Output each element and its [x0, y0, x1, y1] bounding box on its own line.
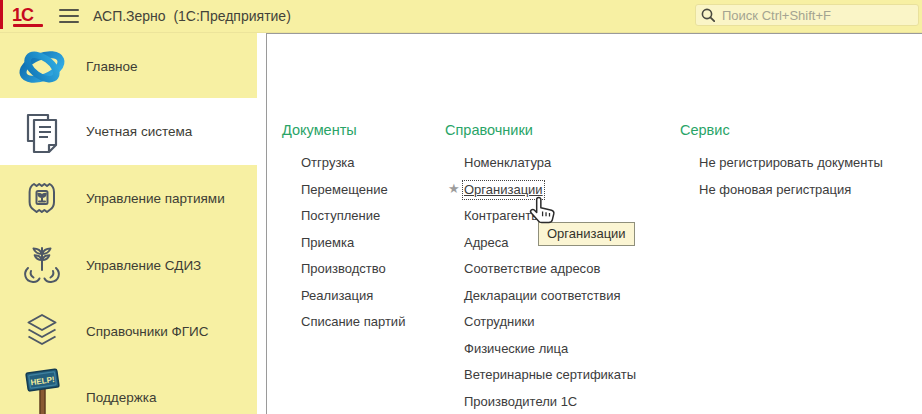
column-title: Справочники — [445, 122, 636, 138]
main-swirl-icon — [16, 42, 68, 92]
tooltip-text: Организации — [547, 226, 626, 241]
menu-item[interactable]: Ветеринарные сертификаты — [464, 367, 636, 394]
menu-column-documents: Документы Отгрузка Перемещение Поступлен… — [282, 122, 405, 341]
sidebar-item-spravochniki-fgis[interactable]: Справочники ФГИС — [0, 298, 257, 364]
column-title: Документы — [282, 122, 405, 138]
menu-item[interactable]: Не фоновая регистрация — [699, 182, 883, 209]
1c-logo-text: 1С — [12, 5, 46, 25]
column-title: Сервис — [680, 122, 883, 138]
1c-logo-underline — [13, 24, 43, 27]
seed-bag-icon — [16, 174, 68, 224]
top-bar: 1С АСП.Зерно (1С:Предприятие) — [0, 0, 922, 33]
sidebar-item-label: Управление СДИЗ — [86, 258, 201, 273]
documents-icon — [16, 107, 68, 157]
sidebar-item-glavnoe[interactable]: Главное — [0, 35, 257, 98]
search-icon — [701, 8, 715, 22]
menu-column-service: Сервис Не регистрировать документы Не фо… — [680, 122, 883, 208]
window-title: АСП.Зерно (1С:Предприятие) — [93, 8, 291, 24]
menu-item[interactable]: Физические лица — [464, 341, 636, 368]
menu-column-references: Справочники Номенклатура Организации Кон… — [445, 122, 636, 414]
1c-logo: 1С — [12, 5, 46, 27]
menu-item[interactable]: Списание партий — [301, 314, 405, 341]
menu-item-organizatsii[interactable]: Организации — [464, 182, 636, 209]
tooltip: Организации — [538, 222, 635, 246]
global-search-box[interactable] — [695, 4, 919, 26]
organizations-link[interactable]: Организации — [464, 182, 543, 198]
window-accent-strip — [0, 0, 3, 29]
sidebar-item-label: Главное — [86, 59, 138, 74]
menu-item[interactable]: Производство — [301, 261, 405, 288]
menu-item[interactable]: Перемещение — [301, 182, 405, 209]
menu-item[interactable]: Соответствие адресов — [464, 261, 636, 288]
hands-plant-icon — [16, 240, 68, 290]
menu-item[interactable]: Приемка — [301, 235, 405, 262]
search-input[interactable] — [720, 7, 913, 24]
sidebar-item-label: Поддержка — [86, 390, 156, 405]
sidebar-item-uchetnaya-sistema[interactable]: Учетная система — [0, 98, 257, 165]
menu-item[interactable]: Сотрудники — [464, 314, 636, 341]
sidebar-item-podderzhka[interactable]: HELP! Поддержка — [0, 364, 257, 414]
main-menu-hamburger-icon[interactable] — [59, 9, 79, 23]
sidebar-item-upravlenie-sdiz[interactable]: Управление СДИЗ — [0, 232, 257, 298]
menu-item[interactable]: Производители 1С — [464, 394, 636, 414]
sidebar-item-label: Учетная система — [86, 124, 192, 139]
sidebar-item-label: Управление партиями — [86, 191, 225, 206]
help-sign-icon: HELP! — [16, 372, 68, 414]
sidebar-item-upravlenie-partiyami[interactable]: Управление партиями — [0, 165, 257, 232]
menu-item[interactable]: Декларации соответствия — [464, 288, 636, 315]
sidebar-item-label: Справочники ФГИС — [86, 324, 209, 339]
menu-item[interactable]: Не регистрировать документы — [699, 155, 883, 182]
menu-item[interactable]: Номенклатура — [464, 155, 636, 182]
layers-icon — [16, 306, 68, 356]
menu-item[interactable]: Отгрузка — [301, 155, 405, 182]
menu-item[interactable]: Реализация — [301, 288, 405, 315]
favorite-star-icon[interactable] — [448, 182, 460, 196]
sidebar: Главное Учетная система — [0, 33, 257, 414]
menu-item[interactable]: Поступление — [301, 208, 405, 235]
